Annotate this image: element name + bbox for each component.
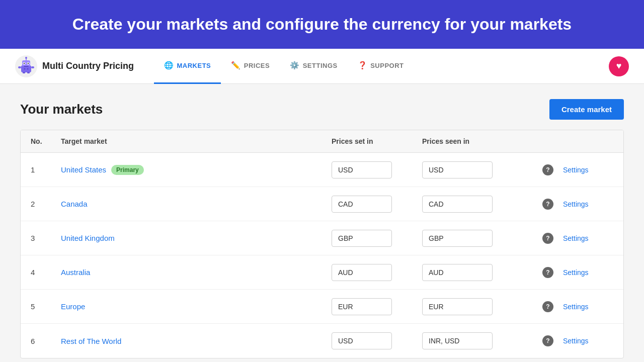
row-prices-set [332, 264, 422, 281]
row-number: 6 [31, 337, 61, 345]
app-header: Multi Country Pricing 🌐 MARKETS ✏️ PRICE… [0, 49, 644, 84]
svg-point-5 [24, 62, 25, 63]
tab-support-label: SUPPORT [370, 62, 404, 69]
tab-settings[interactable]: ⚙️ SETTINGS [280, 49, 348, 84]
settings-link[interactable]: Settings [563, 268, 589, 277]
svg-rect-9 [24, 66, 29, 67]
row-market-name[interactable]: Rest of The World [61, 337, 332, 345]
row-help: ? [533, 301, 563, 312]
col-no: No. [31, 137, 61, 145]
row-number: 2 [31, 200, 61, 208]
prices-seen-input[interactable] [422, 230, 493, 247]
row-settings: Settings [563, 234, 613, 243]
prices-set-input[interactable] [332, 332, 392, 349]
prices-set-input[interactable] [332, 196, 392, 213]
prices-set-input[interactable] [332, 298, 392, 315]
row-number: 5 [31, 302, 61, 311]
tab-prices-label: PRICES [244, 62, 270, 69]
row-number: 3 [31, 234, 61, 242]
table-row: 5 Europe ? Settings [21, 290, 623, 324]
row-market-name[interactable]: Australia [61, 268, 332, 277]
svg-rect-12 [23, 72, 25, 73]
help-icon[interactable]: ? [542, 301, 553, 312]
row-help: ? [533, 164, 563, 175]
prices-seen-input[interactable] [422, 298, 493, 315]
settings-link[interactable]: Settings [563, 303, 589, 311]
row-settings: Settings [563, 200, 613, 209]
row-market-name[interactable]: United States Primary [61, 165, 332, 175]
svg-rect-10 [18, 66, 21, 68]
help-icon[interactable]: ? [542, 164, 553, 175]
row-prices-seen [422, 298, 533, 315]
table-body: 1 United States Primary ? Settings 2 Can… [21, 153, 623, 358]
col-prices-set: Prices set in [332, 137, 422, 145]
row-help: ? [533, 199, 563, 210]
create-market-button[interactable]: Create market [549, 99, 624, 120]
heart-button[interactable]: ♥ [609, 56, 629, 76]
nav-tabs: 🌐 MARKETS ✏️ PRICES ⚙️ SETTINGS ❓ SUPPOR… [154, 49, 414, 83]
row-prices-seen [422, 332, 533, 349]
help-icon[interactable]: ? [542, 267, 553, 278]
row-help: ? [533, 267, 563, 278]
svg-point-15 [27, 68, 29, 69]
svg-point-8 [25, 57, 27, 59]
settings-link[interactable]: Settings [563, 234, 589, 242]
row-prices-set [332, 298, 422, 315]
app-title: Multi Country Pricing [42, 61, 134, 71]
svg-rect-11 [31, 66, 34, 68]
prices-seen-input[interactable] [422, 196, 493, 213]
settings-link[interactable]: Settings [563, 337, 589, 345]
row-prices-set [332, 161, 422, 178]
prices-set-input[interactable] [332, 161, 392, 178]
app-logo: Multi Country Pricing [15, 55, 134, 77]
svg-rect-13 [27, 72, 30, 73]
prices-seen-input[interactable] [422, 161, 493, 178]
markets-header: Your markets Create market [20, 99, 624, 120]
markets-table: No. Target market Prices set in Prices s… [20, 130, 624, 358]
col-target-market: Target market [61, 137, 332, 145]
settings-link[interactable]: Settings [563, 200, 589, 208]
pencil-icon: ✏️ [231, 61, 241, 70]
col-actions [563, 137, 613, 145]
settings-link[interactable]: Settings [563, 166, 589, 174]
prices-set-input[interactable] [332, 230, 392, 247]
prices-set-input[interactable] [332, 264, 392, 281]
col-help [533, 137, 563, 145]
row-market-name[interactable]: Europe [61, 302, 332, 311]
help-icon[interactable]: ? [542, 335, 553, 346]
tab-support[interactable]: ❓ SUPPORT [348, 49, 414, 84]
row-number: 1 [31, 165, 61, 174]
prices-seen-input[interactable] [422, 264, 493, 281]
svg-point-14 [24, 68, 26, 69]
help-icon[interactable]: ? [542, 233, 553, 244]
row-prices-set [332, 230, 422, 247]
tab-prices[interactable]: ✏️ PRICES [221, 49, 280, 84]
globe-icon: 🌐 [164, 61, 174, 70]
primary-badge: Primary [111, 165, 144, 175]
table-header: No. Target market Prices set in Prices s… [21, 130, 623, 153]
table-row: 4 Australia ? Settings [21, 255, 623, 290]
prices-seen-input[interactable] [422, 332, 493, 349]
row-prices-seen [422, 264, 533, 281]
row-market-name[interactable]: Canada [61, 200, 332, 208]
row-prices-seen [422, 196, 533, 213]
tab-markets-label: MARKETS [177, 62, 211, 69]
tab-settings-label: SETTINGS [303, 62, 338, 69]
row-settings: Settings [563, 336, 613, 345]
hero-banner: Create your markets and configure the cu… [0, 0, 644, 49]
table-row: 2 Canada ? Settings [21, 187, 623, 221]
main-content: Your markets Create market No. Target ma… [0, 84, 644, 362]
row-number: 4 [31, 268, 61, 277]
help-icon[interactable]: ? [542, 199, 553, 210]
row-prices-set [332, 332, 422, 349]
row-market-name[interactable]: United Kingdom [61, 234, 332, 242]
row-prices-seen [422, 230, 533, 247]
table-row: 6 Rest of The World ? Settings [21, 324, 623, 358]
svg-point-6 [28, 62, 29, 63]
row-settings: Settings [563, 302, 613, 311]
tab-markets[interactable]: 🌐 MARKETS [154, 49, 221, 84]
row-settings: Settings [563, 268, 613, 277]
app-logo-icon [15, 55, 37, 77]
question-icon: ❓ [358, 61, 368, 70]
row-prices-seen [422, 161, 533, 178]
